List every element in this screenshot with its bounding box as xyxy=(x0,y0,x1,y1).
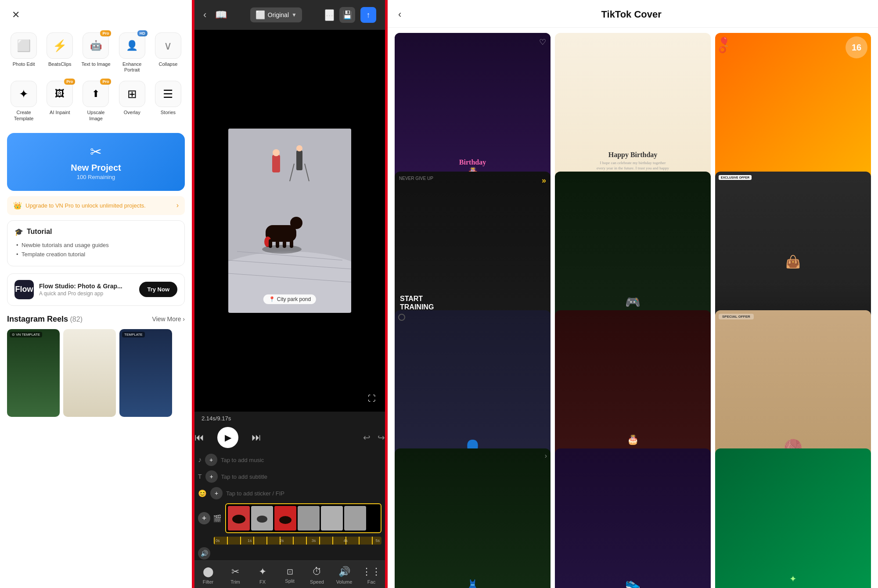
hd-badge: HD xyxy=(137,30,148,36)
save-button[interactable]: 💾 xyxy=(339,7,355,23)
skip-forward-button[interactable]: ⏭ xyxy=(252,432,261,443)
vn-template-badge-2: TEMPLATE xyxy=(122,332,145,337)
volume-btn-icon: 🔊 xyxy=(338,566,350,577)
photo-edit-label: Photo Edit xyxy=(13,61,35,67)
thumb-frame-3 xyxy=(274,506,296,531)
split-tool[interactable]: ⊡ Split xyxy=(276,567,303,584)
upgrade-arrow-icon: › xyxy=(176,201,179,209)
tutorial-item-1[interactable]: Newbie tutorials and usage guides xyxy=(14,240,177,250)
ig-thumb-2[interactable] xyxy=(63,329,116,417)
tool-overlay[interactable]: ⊞ Overlay xyxy=(115,78,149,124)
vn-template-badge: ⊙ VN TEMPLATE xyxy=(10,332,42,337)
add-subtitle-button[interactable]: + xyxy=(205,470,218,483)
tool-beats-clips[interactable]: ⚡ BeatsClips xyxy=(43,30,76,75)
thumb-frame-2 xyxy=(251,506,273,531)
sticker-track: 😊 + Tap to add sticker / FIP xyxy=(194,485,385,502)
back-button[interactable]: ‹ xyxy=(203,9,206,21)
left-header: ✕ xyxy=(0,0,192,26)
fx-tool[interactable]: ✦ FX xyxy=(249,566,276,584)
bag-icon: 👜 xyxy=(785,255,801,269)
tool-stories[interactable]: ☰ Stories xyxy=(151,78,185,124)
filter-label: Filter xyxy=(203,579,213,584)
tutorial-title: 🎓 Tutorial xyxy=(14,228,177,236)
product-icon: 👟 xyxy=(625,576,641,588)
music-track: ♪ + Tap to add music xyxy=(194,452,385,468)
upgrade-bar[interactable]: 👑 Upgrade to VN Pro to unlock unlimited … xyxy=(7,196,185,215)
tick-4: 4s xyxy=(344,538,348,543)
ruler-background: 0s 1s 2s 3s 4s 5s xyxy=(214,537,381,545)
redo-button[interactable]: ↪ xyxy=(378,432,385,443)
instagram-thumbnails: ⊙ VN TEMPLATE TEMPLATE xyxy=(7,329,185,417)
view-more-button[interactable]: View More › xyxy=(152,316,185,323)
trim-label: Trim xyxy=(230,579,240,584)
volume-track: 🔊 xyxy=(194,546,385,560)
ig-thumb-1[interactable]: ⊙ VN TEMPLATE xyxy=(7,329,60,417)
split-label: Split xyxy=(285,578,294,584)
fac-icon: ⋮⋮ xyxy=(362,566,381,577)
trim-icon: ✂ xyxy=(231,566,239,577)
tool-create-template[interactable]: ✦ Create Template xyxy=(7,78,40,124)
instagram-section: Instagram Reels (82) View More › ⊙ VN TE… xyxy=(0,315,192,417)
undo-button[interactable]: ↩ xyxy=(363,432,371,443)
create-template-icon-box: ✦ xyxy=(11,81,37,107)
right-panel-back-button[interactable]: ‹ xyxy=(398,9,401,20)
sticker-track-label: Tap to add sticker / FIP xyxy=(226,490,381,497)
pin-icon: 📍 xyxy=(269,296,275,302)
text-icon: T xyxy=(198,473,202,480)
template-card-collection[interactable]: 👗 NEW COLLECTION › xyxy=(395,448,551,588)
filter-tool[interactable]: ⬤ Filter xyxy=(194,566,222,584)
video-frame-svg xyxy=(228,129,351,313)
volume-tool[interactable]: 🔊 Volume xyxy=(331,566,358,584)
tool-collapse[interactable]: ∨ Collapse xyxy=(151,30,185,75)
fac-tool[interactable]: ⋮⋮ Fac xyxy=(358,566,385,584)
tool-text-to-image[interactable]: 🤖 Pro Text to Image xyxy=(79,30,112,75)
text-to-image-label: Text to Image xyxy=(81,61,110,67)
birthday4-icon: 🎂 xyxy=(627,434,639,445)
close-button[interactable]: ✕ xyxy=(9,8,23,22)
ig-thumb-3[interactable]: TEMPLATE xyxy=(119,329,172,417)
time-counter: 2.14s / 9.17s xyxy=(194,412,385,424)
flow-name: Flow Studio: Photo & Grap... xyxy=(39,283,134,290)
right-panel-header: ‹ TikTok Cover xyxy=(388,0,878,28)
add-video-button[interactable]: + xyxy=(198,512,210,524)
new-project-button[interactable]: ✂ New Project 100 Remaining xyxy=(7,133,185,191)
overlay-icon-box: ⊞ xyxy=(119,81,145,107)
tool-upscale-image[interactable]: ⬆ Pro Upscale Image xyxy=(79,78,112,124)
more-options-button[interactable]: ··· xyxy=(325,9,334,21)
tool-ai-inpaint[interactable]: 🖼 Pro AI Inpaint xyxy=(43,78,76,124)
tutorial-item-2[interactable]: Template creation tutorial xyxy=(14,250,177,259)
middle-panel: ‹ 📖 ⬜ Original ▼ ··· 💾 ↑ xyxy=(193,0,386,588)
undo-redo-controls: ↩ ↪ xyxy=(363,432,385,443)
tools-grid: ⬜ Photo Edit ⚡ BeatsClips 🤖 Pro Text to … xyxy=(0,26,192,128)
left-panel: ✕ ⬜ Photo Edit ⚡ BeatsClips 🤖 Pro Text t… xyxy=(0,0,193,588)
add-sticker-button[interactable]: + xyxy=(210,487,223,499)
tick-0: 0s xyxy=(216,538,220,543)
tool-enhance-portrait[interactable]: 👤 HD Enhance Portrait xyxy=(115,30,149,75)
video-content: 📍 City park pond xyxy=(228,129,351,313)
speed-tool[interactable]: ⏱ Speed xyxy=(303,566,331,584)
export-button[interactable]: ↑ xyxy=(360,7,376,23)
play-button[interactable]: ▶ xyxy=(217,427,238,448)
overlay-label: Overlay xyxy=(124,110,140,115)
template-card-new-products[interactable]: 👟 NEW PRODUCTS xyxy=(555,448,711,588)
try-now-button[interactable]: Try Now xyxy=(139,282,177,297)
volume-label: Volume xyxy=(336,579,353,584)
trim-tool[interactable]: ✂ Trim xyxy=(222,566,249,584)
video-thumb-area[interactable]: 6.17s xyxy=(225,503,381,533)
essentials-icon: ✦ xyxy=(789,574,797,584)
thumb-2-svg xyxy=(251,506,273,531)
video-placeholder xyxy=(228,129,351,313)
instagram-section-header: Instagram Reels (82) View More › xyxy=(7,315,185,324)
volume-add-button[interactable]: 🔊 xyxy=(198,547,210,559)
svg-point-8 xyxy=(296,145,302,151)
controller-icon: 🎮 xyxy=(625,295,641,309)
format-selector[interactable]: ⬜ Original ▼ xyxy=(250,7,302,22)
expand-button[interactable]: ⛶ xyxy=(365,391,379,405)
svg-rect-5 xyxy=(272,155,280,172)
template-card-new-essentials[interactable]: ✦ NEW ESSENTIALS ○ ○ ● ○ xyxy=(715,448,871,588)
tool-photo-edit[interactable]: ⬜ Photo Edit xyxy=(7,30,40,75)
skip-back-button[interactable]: ⏮ xyxy=(194,432,204,443)
add-music-button[interactable]: + xyxy=(205,454,217,466)
book-icon[interactable]: 📖 xyxy=(215,9,227,21)
create-template-label: Create Template xyxy=(9,110,39,121)
